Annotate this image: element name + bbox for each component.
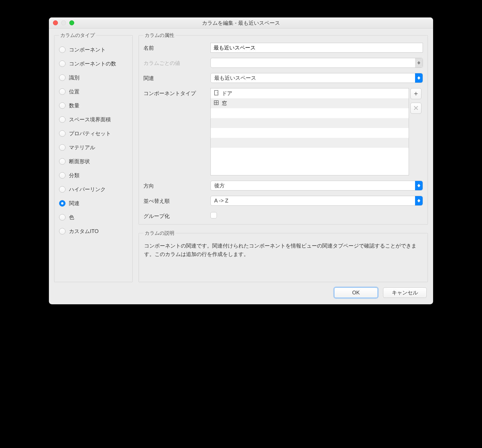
- column-type-group: カラムのタイプ コンポーネントコンポーネントの数識別位置数量スペース境界面積プロ…: [54, 32, 133, 282]
- svg-point-1: [217, 93, 217, 93]
- traffic-lights: [49, 20, 74, 25]
- radio-icon: [59, 74, 65, 81]
- window-title: カラムを編集 - 最も近いスペース: [49, 19, 433, 26]
- column-type-radio[interactable]: ハイパーリンク: [59, 182, 128, 196]
- column-description-legend: カラムの説明: [143, 230, 176, 237]
- radio-label: 関連: [69, 200, 79, 207]
- relation-label: 関連: [143, 73, 210, 82]
- radio-label: 位置: [69, 88, 79, 95]
- direction-value: 後方: [214, 182, 225, 189]
- dialog-footer: OK キャンセル: [49, 287, 433, 304]
- radio-icon: [59, 228, 65, 234]
- column-type-radio[interactable]: 色: [59, 210, 128, 224]
- radio-label: ハイパーリンク: [69, 186, 106, 193]
- minimize-icon: [61, 20, 66, 25]
- column-type-radio[interactable]: マテリアル: [59, 141, 128, 154]
- sort-value: A -> Z: [214, 198, 228, 204]
- titlebar: カラムを編集 - 最も近いスペース: [49, 17, 433, 29]
- radio-icon: [59, 88, 65, 95]
- list-item[interactable]: [211, 128, 409, 138]
- direction-label: 方向: [143, 181, 210, 189]
- radio-icon: [59, 116, 65, 123]
- radio-icon: [59, 158, 65, 165]
- radio-label: 色: [69, 214, 74, 221]
- list-item[interactable]: ドア: [211, 88, 409, 98]
- comptype-listbox[interactable]: ドア窓: [210, 88, 409, 175]
- radio-label: カスタムITO: [69, 228, 99, 235]
- cancel-button[interactable]: キャンセル: [383, 287, 427, 298]
- column-type-radio[interactable]: 位置: [59, 85, 128, 99]
- radio-icon: [59, 186, 65, 193]
- column-type-radio[interactable]: コンポーネントの数: [59, 57, 128, 71]
- relation-select[interactable]: 最も近いスペース: [210, 73, 423, 83]
- column-type-radio[interactable]: 分類: [59, 168, 128, 182]
- chevron-updown-icon: [415, 58, 423, 67]
- radio-label: マテリアル: [69, 144, 95, 151]
- zoom-icon[interactable]: [69, 20, 74, 25]
- radio-label: スペース境界面積: [69, 116, 111, 123]
- list-item[interactable]: [211, 138, 409, 148]
- x-icon: ✕: [413, 104, 419, 112]
- column-type-radio[interactable]: 関連: [59, 196, 128, 210]
- name-label: 名前: [143, 43, 210, 51]
- percol-select: [210, 58, 423, 68]
- column-type-radio[interactable]: 識別: [59, 71, 128, 85]
- list-item-label: ドア: [222, 90, 232, 97]
- radio-label: コンポーネントの数: [69, 60, 116, 67]
- svg-rect-0: [215, 90, 218, 95]
- list-item[interactable]: [211, 148, 409, 158]
- radio-label: コンポーネント: [69, 46, 106, 53]
- radio-icon: [59, 102, 65, 109]
- radio-icon: [59, 144, 65, 151]
- radio-icon: [59, 214, 65, 221]
- list-item[interactable]: 窓: [211, 98, 409, 108]
- column-attrs-legend: カラムの属性: [143, 32, 176, 39]
- radio-label: プロパティセット: [69, 130, 111, 137]
- group-label: グループ化: [143, 211, 210, 220]
- radio-icon: [59, 47, 65, 53]
- relation-value: 最も近いスペース: [214, 74, 256, 81]
- close-icon[interactable]: [53, 20, 58, 25]
- chevron-updown-icon: [415, 181, 423, 190]
- radio-icon: [59, 172, 65, 179]
- column-type-radio[interactable]: 断面形状: [59, 154, 128, 168]
- radio-label: 断面形状: [69, 158, 90, 165]
- list-item-label: 窓: [222, 100, 227, 107]
- dialog-window: カラムを編集 - 最も近いスペース カラムのタイプ コンポーネントコンポーネント…: [49, 17, 433, 304]
- direction-select[interactable]: 後方: [210, 181, 423, 191]
- plus-icon: +: [414, 90, 418, 98]
- add-button[interactable]: +: [410, 88, 421, 99]
- radio-label: 識別: [69, 74, 79, 81]
- chevron-updown-icon: [415, 196, 423, 205]
- column-attrs-group: カラムの属性 名前 カラムごとの値 関連 最も近いスペース: [139, 32, 428, 225]
- column-type-radio[interactable]: コンポーネント: [59, 43, 128, 57]
- group-checkbox[interactable]: [210, 212, 217, 218]
- name-input[interactable]: [210, 43, 423, 53]
- radio-label: 分類: [69, 172, 79, 179]
- column-type-radio[interactable]: プロパティセット: [59, 127, 128, 141]
- radio-label: 数量: [69, 102, 79, 109]
- column-type-radio[interactable]: 数量: [59, 99, 128, 113]
- radio-icon: [59, 61, 65, 67]
- sort-label: 並べ替え順: [143, 196, 210, 205]
- column-type-legend: カラムのタイプ: [59, 32, 96, 39]
- list-item[interactable]: [211, 108, 409, 118]
- door-icon: [214, 90, 219, 97]
- column-type-radio[interactable]: スペース境界面積: [59, 113, 128, 127]
- ok-button[interactable]: OK: [334, 287, 378, 298]
- sort-select[interactable]: A -> Z: [210, 196, 423, 206]
- remove-button[interactable]: ✕: [410, 103, 421, 114]
- chevron-updown-icon: [415, 73, 423, 83]
- column-description-text: コンポーネントの関連です。関連付けられたコンポーネントを情報ビューの関連タブペー…: [143, 241, 423, 260]
- window-icon: [214, 100, 219, 107]
- column-description-group: カラムの説明 コンポーネントの関連です。関連付けられたコンポーネントを情報ビュー…: [139, 230, 428, 282]
- column-type-radio[interactable]: カスタムITO: [59, 224, 128, 238]
- list-item[interactable]: [211, 118, 409, 128]
- comptype-label: コンポーネントタイプ: [143, 88, 210, 97]
- percol-label: カラムごとの値: [143, 58, 210, 67]
- radio-icon: [59, 200, 65, 207]
- radio-icon: [59, 130, 65, 137]
